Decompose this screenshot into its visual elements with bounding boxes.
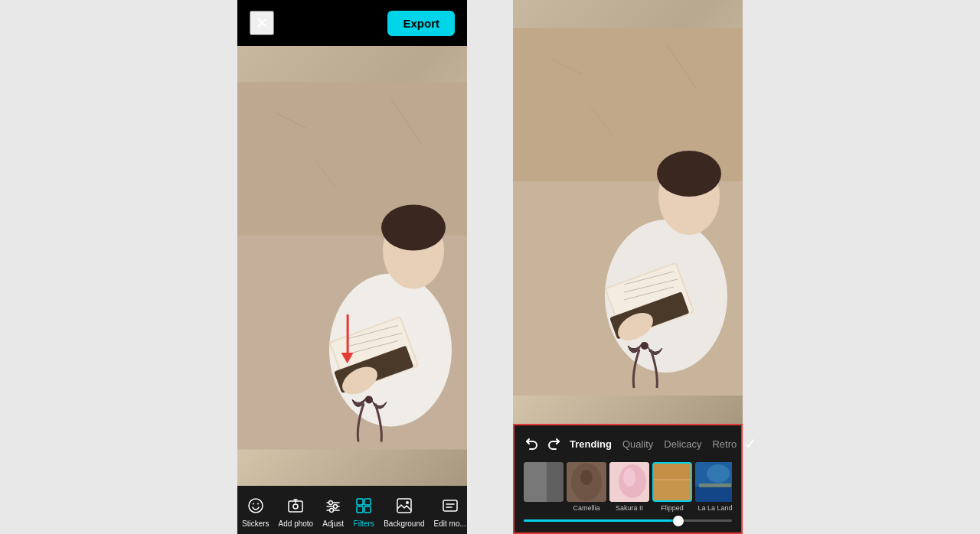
- svg-rect-27: [357, 506, 363, 513]
- svg-point-24: [330, 509, 334, 513]
- svg-point-23: [334, 505, 338, 509]
- filter-slider-thumb[interactable]: [673, 516, 684, 526]
- stickers-icon: [245, 495, 266, 516]
- add-photo-tool[interactable]: Add photo: [274, 492, 318, 531]
- filter-slider-fill: [524, 519, 680, 522]
- edit-more-tool[interactable]: Edit mo...: [430, 492, 471, 531]
- tab-delicacy[interactable]: Delicacy: [664, 438, 701, 450]
- thumb-lalala-label: La La Land: [697, 504, 732, 512]
- svg-rect-58: [654, 464, 692, 479]
- tab-quality[interactable]: Quality: [622, 438, 653, 450]
- thumb-flipped-img: [652, 462, 692, 502]
- filters-label: Filters: [354, 519, 374, 528]
- adjust-icon: [322, 495, 344, 516]
- background-tool[interactable]: Background: [379, 492, 429, 531]
- close-button[interactable]: ✕: [250, 11, 274, 35]
- svg-point-30: [406, 501, 409, 504]
- background-label: Background: [384, 519, 424, 528]
- thumb-camellia-label: Camellia: [573, 504, 599, 512]
- svg-rect-28: [364, 506, 371, 513]
- thumb-lalala[interactable]: La La Land: [695, 462, 732, 512]
- filter-tabs: Trending Quality Delicacy Retro: [570, 438, 737, 450]
- right-editor-panel: Trending Quality Delicacy Retro ✓: [513, 0, 743, 534]
- adjust-label: Adjust: [322, 519, 344, 528]
- filter-slider[interactable]: [524, 519, 732, 522]
- edit-more-label: Edit mo...: [434, 519, 466, 528]
- filters-tool[interactable]: Filters: [348, 492, 379, 531]
- add-photo-icon: [285, 495, 306, 516]
- filter-thumbnails: Camellia Sakura II: [524, 462, 732, 512]
- adjust-tool[interactable]: Adjust: [318, 492, 348, 531]
- right-photo-svg: [513, 0, 743, 424]
- edit-more-icon: [439, 495, 461, 516]
- svg-rect-26: [364, 499, 371, 505]
- background-icon: [394, 495, 415, 516]
- thumb-sakura[interactable]: Sakura II: [609, 462, 649, 512]
- svg-rect-62: [699, 484, 731, 487]
- left-editor-panel: ✕ Export: [237, 0, 467, 534]
- filters-icon: [353, 495, 374, 516]
- tab-trending[interactable]: Trending: [570, 438, 612, 450]
- thumb-lalala-img: [695, 462, 732, 502]
- filter-slider-row: [524, 519, 732, 522]
- svg-point-14: [365, 396, 373, 404]
- thumb-camellia-img: [567, 462, 606, 502]
- svg-point-16: [249, 499, 263, 513]
- svg-point-22: [329, 501, 333, 505]
- svg-rect-49: [524, 462, 547, 502]
- left-toolbar: Stickers Add photo: [237, 486, 467, 534]
- svg-point-52: [580, 470, 593, 485]
- svg-point-61: [707, 464, 730, 483]
- tab-retro[interactable]: Retro: [712, 438, 737, 450]
- arrow-indicator: [341, 314, 354, 363]
- svg-point-55: [623, 468, 635, 487]
- undo-button[interactable]: [524, 433, 539, 454]
- svg-point-39: [657, 151, 721, 197]
- thumb-sakura-label: Sakura II: [616, 504, 643, 512]
- svg-rect-60: [695, 487, 732, 502]
- svg-rect-31: [443, 500, 457, 511]
- redo-button[interactable]: [547, 433, 562, 454]
- svg-rect-57: [654, 480, 692, 502]
- left-header: ✕ Export: [237, 0, 467, 46]
- thumb-sakura-img: [609, 462, 649, 502]
- export-button[interactable]: Export: [387, 11, 455, 36]
- svg-rect-25: [357, 499, 363, 505]
- thumb-partial[interactable]: [524, 462, 564, 512]
- filter-nav-row: Trending Quality Delicacy Retro ✓: [524, 433, 732, 454]
- filter-panel: Trending Quality Delicacy Retro ✓: [513, 424, 743, 534]
- svg-point-46: [641, 342, 648, 350]
- thumb-flipped-label: Flipped: [661, 504, 684, 512]
- confirm-button[interactable]: ✓: [744, 435, 757, 453]
- thumb-camellia[interactable]: Camellia: [567, 462, 606, 512]
- left-photo-svg: [237, 46, 467, 486]
- left-image-canvas: [237, 46, 467, 486]
- svg-rect-29: [397, 499, 411, 513]
- svg-point-18: [293, 504, 298, 509]
- add-photo-label: Add photo: [279, 519, 314, 528]
- right-image-canvas: [513, 0, 743, 424]
- stickers-label: Stickers: [242, 519, 270, 528]
- thumb-flipped[interactable]: Flipped: [652, 462, 692, 512]
- thumb-partial-img: [524, 462, 564, 502]
- stickers-tool[interactable]: Stickers: [237, 492, 274, 531]
- svg-point-7: [381, 205, 446, 251]
